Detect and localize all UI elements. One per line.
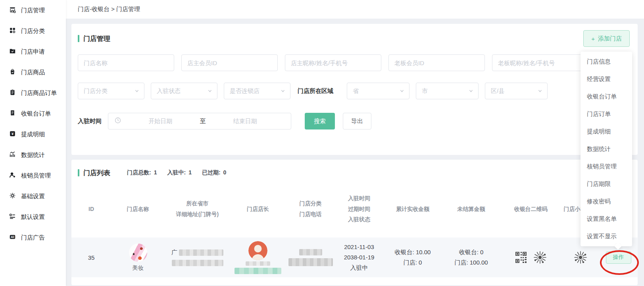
row-action-button[interactable]: 操作 xyxy=(606,251,631,264)
settled-in-value: 1 xyxy=(188,169,192,176)
expire-date: 2038-01-19 xyxy=(344,252,375,263)
store-management-card: 门店管理 + 添加门店 门店分类 入驻状态 xyxy=(71,24,638,155)
sidebar-item-data-statistics[interactable]: 数据统计 xyxy=(0,145,66,165)
cell-id: 35 xyxy=(71,254,111,261)
sidebar-item-store-goods-orders[interactable]: 门店商品订单 xyxy=(0,83,66,103)
add-store-button[interactable]: + 添加门店 xyxy=(583,30,630,47)
menu-item-store-orders[interactable]: 门店订单 xyxy=(581,105,632,123)
table-header: ID 门店名称 所在省市详细地址(门牌号) 门店店长 门店分类门店电话 入驻时间… xyxy=(71,190,638,228)
boss-nickname-input[interactable] xyxy=(492,54,588,71)
sidebar-item-verifier-management[interactable]: 核销员管理 xyxy=(0,165,66,186)
menu-item-cashier-orders[interactable]: 收银台订单 xyxy=(581,88,632,105)
plus-icon: + xyxy=(591,35,595,42)
shopping-bag-icon xyxy=(9,68,16,76)
unsettled-cashier: 收银台: 0 xyxy=(459,247,484,257)
list-settings-icon xyxy=(9,213,16,221)
bar-chart-icon xyxy=(9,151,16,159)
cell-cashier-qrcode xyxy=(500,250,561,265)
address-blur-line2 xyxy=(172,260,223,266)
column-store-name: 门店名称 xyxy=(111,204,165,214)
category-blur xyxy=(299,249,322,255)
date-range-input[interactable]: 开始日期 至 结束日期 xyxy=(108,113,291,129)
storefront-icon xyxy=(9,6,16,14)
yen-badge-icon: ¥ xyxy=(9,130,16,138)
menu-item-set-hidden[interactable]: 设置不显示 xyxy=(581,228,632,245)
manager-name-blur xyxy=(246,261,270,266)
store-category-select[interactable]: 门店分类 xyxy=(78,83,144,99)
receipt-icon xyxy=(9,110,16,118)
start-date-placeholder: 开始日期 xyxy=(121,118,200,125)
column-address: 所在省市详细地址(门牌号) xyxy=(165,198,230,219)
sidebar-item-label: 提成明细 xyxy=(21,131,45,138)
sidebar-item-label: 门店分类 xyxy=(21,27,45,35)
sidebar-item-label: 默认设置 xyxy=(21,213,45,221)
menu-item-set-blacklist[interactable]: 设置黑名单 xyxy=(581,210,632,228)
qr-code-icon[interactable] xyxy=(515,251,527,264)
menu-item-data-statistics[interactable]: 数据统计 xyxy=(581,140,632,158)
sidebar-item-default-settings[interactable]: 默认设置 xyxy=(0,207,66,227)
cell-store-name: 美妆 xyxy=(111,243,165,272)
main-content: 门店-收银台 > 门店管理 门店管理 + 添加门店 门店 xyxy=(66,0,644,286)
chevron-down-icon xyxy=(281,88,285,95)
district-select[interactable]: 区/县 xyxy=(485,83,548,99)
address-prefix: 广 xyxy=(171,249,177,256)
cashier-miniprogram-code-icon[interactable] xyxy=(533,250,547,265)
cell-category-phone xyxy=(286,249,335,266)
menu-item-change-password[interactable]: 修改密码 xyxy=(581,193,632,210)
owner-nickname-input[interactable] xyxy=(285,54,381,71)
region-label: 门店所在区域 xyxy=(298,87,333,95)
menu-item-business-settings[interactable]: 经营设置 xyxy=(581,70,632,88)
menu-item-verifier-management[interactable]: 核销员管理 xyxy=(581,158,632,175)
cell-received-amount: 收银台: 10.00 门店: 0 xyxy=(383,247,442,268)
sidebar-item-store-goods[interactable]: 门店商品 xyxy=(0,62,66,83)
export-button[interactable]: 导出 xyxy=(343,113,371,129)
menu-item-store-info[interactable]: 门店信息 xyxy=(581,53,632,70)
page-title: 门店管理 xyxy=(83,34,110,43)
settled-in-label: 入驻中: xyxy=(167,169,186,176)
menu-item-commission-detail[interactable]: 提成明细 xyxy=(581,123,632,140)
chevron-down-icon xyxy=(400,88,404,95)
title-accent-bar xyxy=(78,35,79,42)
search-button[interactable]: 搜索 xyxy=(305,113,335,129)
svg-text:AD: AD xyxy=(11,236,15,238)
cell-store-miniprogram-code xyxy=(561,250,599,265)
manager-tag-blur xyxy=(235,268,281,274)
column-received-amount: 累计实收金额 xyxy=(383,204,442,214)
menu-item-store-term[interactable]: 门店期限 xyxy=(581,175,632,193)
svg-text:¥: ¥ xyxy=(12,132,14,136)
manager-avatar xyxy=(248,241,267,260)
store-name-input[interactable] xyxy=(78,54,174,71)
received-store: 门店: 0 xyxy=(404,257,422,268)
sidebar-item-store-application[interactable]: 门店申请 xyxy=(0,41,66,62)
cell-address: 广 xyxy=(165,249,230,266)
join-time-label: 入驻时间 xyxy=(78,118,102,125)
app-window: 门店管理 门店分类 门店申请 门店商品 门店商品订单 收银台订单 ¥ 提成明细 xyxy=(0,0,644,286)
sidebar-item-store-management[interactable]: 门店管理 xyxy=(0,0,66,21)
sidebar-item-basic-settings[interactable]: 基础设置 xyxy=(0,186,66,207)
owner-member-id-input[interactable] xyxy=(181,54,278,71)
cell-action: 操作 xyxy=(599,251,638,264)
cell-unsettled-amount: 收银台: 0 门店: 100.00 xyxy=(442,247,500,268)
sidebar-item-cashier-orders[interactable]: 收银台订单 xyxy=(0,103,66,124)
sidebar-item-commission-detail[interactable]: ¥ 提成明细 xyxy=(0,124,66,145)
phone-blur xyxy=(288,258,333,266)
store-miniprogram-code-icon[interactable] xyxy=(573,250,588,265)
category-grid-icon xyxy=(9,27,16,35)
folder-check-icon xyxy=(9,48,16,56)
boss-member-id-input[interactable] xyxy=(388,54,485,71)
breadcrumb-bar: 门店-收银台 > 门店管理 xyxy=(66,0,644,19)
sidebar-item-label: 核销员管理 xyxy=(21,172,51,180)
sidebar-item-store-ads[interactable]: AD 门店广告 xyxy=(0,227,66,248)
store-list-card: 门店列表 门店总数:1 入驻中:1 已过期:0 ID 门店名称 所在省市详细地址… xyxy=(71,160,638,285)
settled-status-select[interactable]: 入驻状态 xyxy=(151,83,217,99)
sidebar: 门店管理 门店分类 门店申请 门店商品 门店商品订单 收银台订单 ¥ 提成明细 xyxy=(0,0,66,286)
chain-store-select[interactable]: 是否连锁店 xyxy=(224,83,290,99)
city-select[interactable]: 市 xyxy=(416,83,479,99)
chevron-down-icon xyxy=(208,88,212,95)
sidebar-item-store-category[interactable]: 门店分类 xyxy=(0,21,66,41)
column-time-status: 入驻时间过期时间入驻状态 xyxy=(335,193,383,225)
province-select[interactable]: 省 xyxy=(347,83,409,99)
column-category-phone: 门店分类门店电话 xyxy=(286,198,335,219)
verifier-person-icon xyxy=(9,172,16,180)
cell-time-status: 2021-11-03 2038-01-19 入驻中 xyxy=(335,242,383,273)
